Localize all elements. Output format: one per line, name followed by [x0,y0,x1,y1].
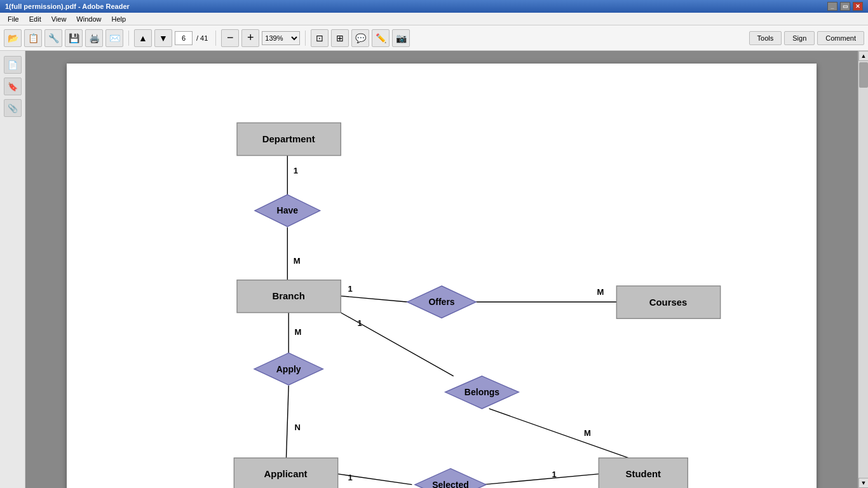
page-input[interactable] [175,31,193,45]
left-sidebar: 📄 🔖 📎 [0,51,25,488]
menu-help[interactable]: Help [106,14,131,24]
close-button[interactable]: ✕ [853,2,863,11]
minimize-button[interactable]: _ [827,2,837,11]
svg-text:Offers: Offers [428,297,454,307]
svg-text:M: M [295,327,302,337]
tools-button[interactable]: 🔧 [44,29,62,47]
toolbar: 📂 📋 🔧 💾 🖨️ ✉️ ▲ ▼ / 41 − + 139% 100% 75%… [0,25,868,51]
svg-text:N: N [295,423,301,432]
page-total: / 41 [196,34,208,42]
title-bar: 1(full permission).pdf - Adobe Reader _ … [0,0,868,13]
svg-line-2 [341,296,407,302]
print-button[interactable]: 🖨️ [85,29,103,47]
svg-text:Belongs: Belongs [465,387,499,397]
svg-text:Have: Have [277,205,299,215]
menu-view[interactable]: View [46,14,72,24]
prev-page-button[interactable]: ▲ [134,29,152,47]
svg-line-5 [286,386,288,458]
restore-button[interactable]: ▭ [840,2,850,11]
main-area: 📄 🔖 📎 [0,51,868,488]
email-button[interactable]: ✉️ [105,29,123,47]
svg-text:Student: Student [626,468,661,479]
svg-line-9 [483,474,599,485]
menu-bar: File Edit View Window Help [0,13,868,25]
comment-button[interactable]: 💬 [351,29,369,47]
svg-text:Apply: Apply [276,364,301,374]
page-thumbnail-button[interactable]: 📄 [4,56,22,74]
snapshot-button[interactable]: 📷 [392,29,410,47]
sign-button[interactable]: Sign [784,31,815,45]
svg-text:Courses: Courses [649,297,688,308]
comment-panel-button[interactable]: Comment [817,31,864,45]
svg-text:M: M [294,256,301,266]
fit-width-button[interactable]: ⊞ [331,29,349,47]
svg-text:Branch: Branch [272,290,304,301]
svg-line-7 [489,409,628,458]
zoom-select[interactable]: 139% 100% 75% [262,31,300,45]
window-title: 1(full permission).pdf - Adobe Reader [5,3,130,10]
separator-3 [305,30,306,46]
svg-text:M: M [584,428,591,438]
highlight-button[interactable]: ✏️ [372,29,390,47]
scroll-track[interactable] [858,61,868,478]
svg-text:Selected: Selected [432,480,469,488]
pdf-page: 1 M 1 M M N 1 M 1 1 Department Have Br [67,64,817,488]
svg-text:1: 1 [348,473,353,482]
scroll-up-button[interactable]: ▲ [858,51,868,61]
pdf-area[interactable]: 1 M 1 M M N 1 M 1 1 Department Have Br [25,51,858,488]
fit-page-button[interactable]: ⊡ [311,29,329,47]
separator-2 [215,30,216,46]
open-recent-button[interactable]: 📋 [24,29,42,47]
tools-panel-button[interactable]: Tools [749,31,782,45]
menu-file[interactable]: File [3,14,24,24]
svg-text:1: 1 [348,284,353,294]
bookmark-button[interactable]: 🔖 [4,78,22,95]
er-diagram: 1 M 1 M M N 1 M 1 1 Department Have Br [67,64,817,488]
save-button[interactable]: 💾 [65,29,83,47]
next-page-button[interactable]: ▼ [154,29,172,47]
menu-window[interactable]: Window [71,14,106,24]
svg-text:M: M [597,287,604,297]
right-scrollbar[interactable]: ▲ ▼ [858,51,868,488]
attachment-button[interactable]: 📎 [4,99,22,117]
svg-text:Department: Department [262,133,315,144]
window-controls: _ ▭ ✕ [827,2,863,11]
zoom-in-button[interactable]: + [241,29,259,47]
scroll-thumb[interactable] [859,62,868,88]
page-nav: / 41 [175,31,210,45]
zoom-out-button[interactable]: − [221,29,239,47]
svg-text:1: 1 [357,318,362,328]
svg-text:1: 1 [294,166,298,175]
svg-text:Applicant: Applicant [264,468,308,479]
open-button[interactable]: 📂 [4,29,22,47]
scroll-down-button[interactable]: ▼ [858,478,868,488]
menu-edit[interactable]: Edit [24,14,46,24]
separator-1 [128,30,129,46]
svg-text:1: 1 [552,470,557,479]
